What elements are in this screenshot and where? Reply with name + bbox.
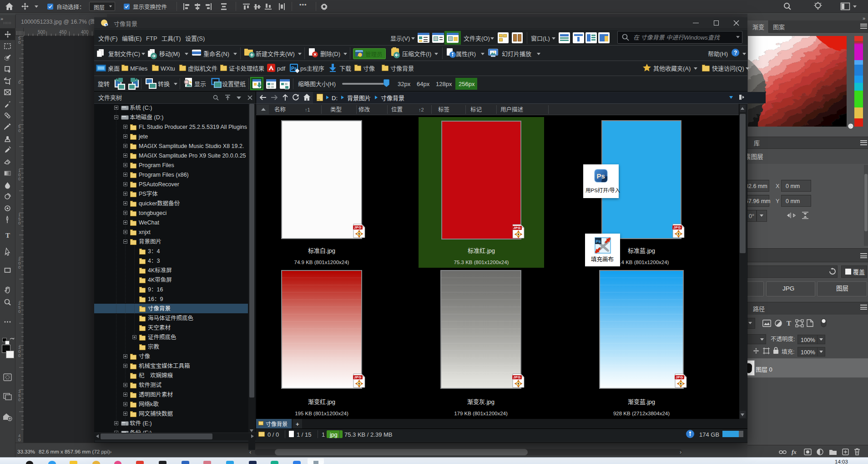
svg-text:JPG: JPG [354,225,361,229]
svg-text:0: 0 [18,79,20,85]
svg-text:0: 0 [18,264,20,270]
svg-text:Ps: Ps [597,172,605,180]
svg-text:0: 0 [18,308,20,314]
svg-text:?: ? [734,50,737,56]
svg-text:450: 450 [59,28,67,35]
svg-text:0: 0 [18,175,20,182]
svg-text:0: 0 [18,219,20,226]
svg-text:400: 400 [81,28,89,35]
svg-text:0: 0 [18,39,20,45]
svg-text:JPG: JPG [513,375,520,379]
svg-text:JPG: JPG [673,225,681,229]
svg-text:500: 500 [38,30,45,35]
svg-text:JPG: JPG [354,375,361,379]
svg-text:0: 0 [18,396,20,403]
svg-text:JPG: JPG [676,375,683,379]
svg-text:0: 0 [18,352,20,358]
svg-text:JPG: JPG [513,226,520,230]
svg-text:Ps: Ps [596,239,601,244]
svg-text:0: 0 [18,127,20,133]
svg-text:T: T [5,232,10,239]
